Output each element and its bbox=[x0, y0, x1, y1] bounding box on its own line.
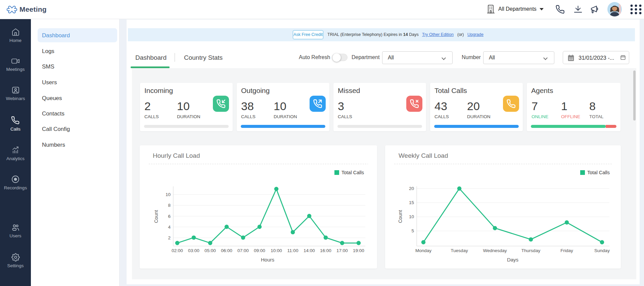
svg-text:Monday: Monday bbox=[415, 248, 431, 253]
svg-text:Count: Count bbox=[153, 210, 159, 223]
svg-text:09:00: 09:00 bbox=[254, 248, 265, 253]
svg-text:03:00: 03:00 bbox=[188, 248, 199, 253]
svg-text:Hourly Call Load: Hourly Call Load bbox=[153, 152, 200, 159]
svg-text:Total Calls: Total Calls bbox=[341, 170, 364, 175]
svg-text:17:00: 17:00 bbox=[336, 248, 348, 253]
svg-text:Days: Days bbox=[507, 257, 518, 263]
svg-text:4: 4 bbox=[168, 225, 171, 230]
svg-text:Sunday: Sunday bbox=[594, 248, 610, 253]
svg-text:07:00: 07:00 bbox=[237, 248, 249, 253]
svg-text:11:00: 11:00 bbox=[287, 248, 298, 253]
svg-text:15: 15 bbox=[409, 200, 414, 205]
svg-text:6: 6 bbox=[168, 214, 171, 219]
svg-text:10: 10 bbox=[409, 214, 414, 219]
svg-text:Weekly Call Load: Weekly Call Load bbox=[399, 152, 448, 159]
svg-text:Thursday: Thursday bbox=[521, 248, 541, 253]
svg-text:19:00: 19:00 bbox=[353, 248, 364, 253]
svg-text:Wednesday: Wednesday bbox=[483, 248, 507, 253]
svg-text:5: 5 bbox=[411, 228, 414, 233]
svg-text:Tuesday: Tuesday bbox=[451, 248, 468, 253]
svg-text:10:00: 10:00 bbox=[271, 248, 282, 253]
svg-text:20: 20 bbox=[409, 186, 414, 191]
svg-text:05:00: 05:00 bbox=[204, 248, 216, 253]
svg-text:16:00: 16:00 bbox=[320, 248, 331, 253]
svg-text:Total Calls: Total Calls bbox=[587, 170, 610, 175]
svg-text:8: 8 bbox=[168, 203, 171, 208]
svg-text:Hours: Hours bbox=[261, 257, 274, 263]
svg-text:Friday: Friday bbox=[560, 248, 573, 253]
svg-text:Count: Count bbox=[398, 210, 403, 223]
svg-text:14:00: 14:00 bbox=[304, 248, 315, 253]
svg-text:10: 10 bbox=[166, 192, 171, 197]
svg-text:2: 2 bbox=[168, 235, 171, 240]
svg-text:06:00: 06:00 bbox=[221, 248, 232, 253]
svg-text:02:00: 02:00 bbox=[172, 248, 183, 253]
